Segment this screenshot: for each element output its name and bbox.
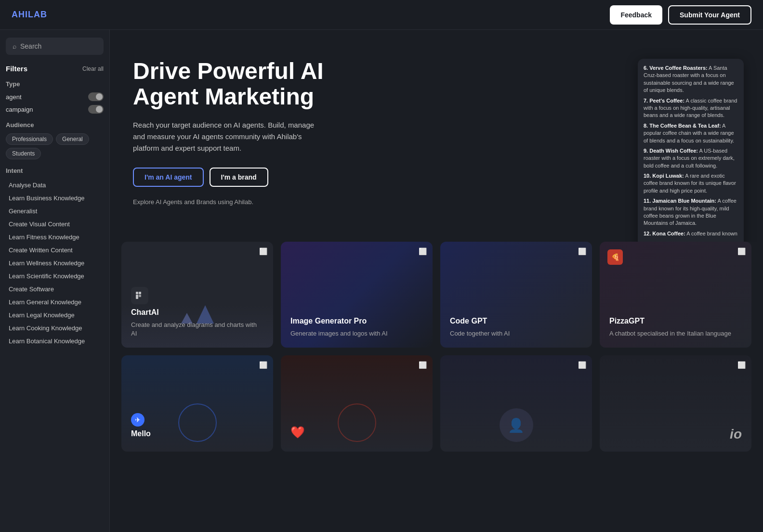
r2-2-bookmark-icon[interactable]: ⬜: [419, 361, 427, 369]
tag-professionals[interactable]: Professionals: [6, 133, 53, 145]
hero-explore-text: Explore AI Agents and Brands using Ahila…: [133, 198, 364, 206]
intent-learn-cooking[interactable]: Learn Cooking Knowledge: [6, 322, 104, 334]
logo: AHILAB: [12, 10, 47, 20]
svg-rect-1: [139, 292, 141, 294]
preview-content: 6. Verve Coffee Roasters: A Santa Cruz-b…: [638, 59, 744, 242]
codegpt-title: Code GPT: [450, 317, 582, 325]
hero-title: Drive Powerful AI Agent Marketing: [133, 59, 364, 110]
svg-rect-3: [139, 295, 141, 297]
search-box[interactable]: ⌕ Search: [6, 38, 104, 55]
chartai-bookmark-icon[interactable]: ⬜: [259, 247, 267, 255]
preview-item-9: 9. Death Wish Coffee: A US-based roaster…: [644, 147, 738, 169]
tag-general[interactable]: General: [56, 133, 89, 145]
pizzagpt-card-info: PizzaGPT A chatbot specialised in the It…: [609, 317, 742, 338]
chartai-icon: [131, 287, 148, 304]
search-label: Search: [20, 42, 41, 50]
intent-learn-scientific[interactable]: Learn Scientific Knowledge: [6, 270, 104, 282]
intent-learn-botanical[interactable]: Learn Botanical Knowledge: [6, 335, 104, 347]
intent-section-title: Intent: [6, 167, 104, 174]
r2-4-logo: io: [730, 427, 742, 442]
chartai-title: ChartAI: [131, 308, 263, 317]
pizzagpt-title: PizzaGPT: [609, 317, 742, 325]
card-image-generator[interactable]: ⬜ Image Generator Pro Generate images an…: [281, 242, 433, 348]
mello-icon: ✈: [131, 413, 145, 427]
chartai-desc: Create and analyze diagrams and charts w…: [131, 321, 263, 338]
type-filter-section: Type agent campaign: [6, 80, 104, 114]
campaign-label: campaign: [6, 106, 33, 113]
campaign-toggle-row: campaign: [6, 105, 104, 114]
chartai-card-info: ChartAI Create and analyze diagrams and …: [131, 287, 263, 338]
card-mello[interactable]: ⬜ ✈ Mello: [121, 355, 273, 452]
agent-toggle-row: agent: [6, 92, 104, 101]
pizzagpt-bookmark-icon[interactable]: ⬜: [737, 247, 746, 255]
card-pizza-gpt[interactable]: ⬜ 🍕 PizzaGPT A chatbot specialised in th…: [600, 242, 751, 348]
r2-4-bookmark-icon[interactable]: ⬜: [737, 361, 746, 369]
hero-chat-preview: 6. Verve Coffee Roasters: A Santa Cruz-b…: [638, 59, 744, 242]
mello-title: Mello: [131, 429, 151, 438]
intent-create-written[interactable]: Create Written Content: [6, 244, 104, 256]
intent-generalist[interactable]: Generalist: [6, 205, 104, 217]
preview-item-6: 6. Verve Coffee Roasters: A Santa Cruz-b…: [644, 65, 738, 94]
audience-tags: Professionals General Students: [6, 133, 104, 159]
agent-label: agent: [6, 93, 22, 101]
card-r2-2[interactable]: ⬜ ❤️: [281, 355, 433, 452]
pizzagpt-logo: 🍕: [607, 249, 623, 265]
codegpt-desc: Code together with AI: [450, 329, 582, 338]
submit-agent-button[interactable]: Submit Your Agent: [668, 5, 751, 25]
r2-3-bookmark-icon[interactable]: ⬜: [578, 361, 586, 369]
card-r2-4[interactable]: ⬜ io: [600, 355, 751, 452]
search-icon: ⌕: [13, 42, 16, 50]
preview-item-12: 12. Kona Coffee: A coffee brand known: [644, 230, 738, 237]
campaign-toggle[interactable]: [88, 105, 104, 114]
mello-card-info: ✈ Mello: [131, 413, 151, 442]
svg-rect-2: [136, 295, 138, 299]
header-buttons: Feedback Submit Your Agent: [610, 5, 751, 25]
intent-learn-fitness[interactable]: Learn Fitness Knowledge: [6, 231, 104, 243]
tag-students[interactable]: Students: [6, 148, 41, 159]
intent-create-software[interactable]: Create Software: [6, 283, 104, 295]
intent-learn-legal[interactable]: Learn Legal Knowledge: [6, 309, 104, 321]
svg-rect-0: [136, 292, 138, 294]
intent-learn-general[interactable]: Learn General Knowledge: [6, 296, 104, 308]
card-chartai[interactable]: ⬜: [121, 242, 273, 348]
imggen-desc: Generate images and logos with AI: [290, 329, 423, 338]
im-agent-button[interactable]: I'm an AI agent: [133, 168, 204, 187]
audience-section-title: Audience: [6, 121, 104, 129]
intent-learn-wellness[interactable]: Learn Wellness Knowledge: [6, 257, 104, 269]
header: AHILAB Feedback Submit Your Agent: [0, 0, 763, 30]
preview-item-11: 11. Jamaican Blue Mountain: A coffee bra…: [644, 197, 738, 227]
cards-section: ⬜: [110, 242, 763, 471]
intent-learn-business[interactable]: Learn Business Knowledge: [6, 192, 104, 204]
card-code-gpt[interactable]: ⬜ Code GPT Code together with AI: [440, 242, 592, 348]
intent-create-visual[interactable]: Create Visual Content: [6, 218, 104, 230]
hero-section: Drive Powerful AI Agent Marketing Reach …: [110, 30, 763, 242]
layout: ⌕ Search Filters Clear all Type agent ca…: [0, 30, 763, 532]
codegpt-card-info: Code GPT Code together with AI: [450, 317, 582, 338]
main-content: Drive Powerful AI Agent Marketing Reach …: [110, 30, 763, 532]
intent-filter-section: Intent Analyse Data Learn Business Knowl…: [6, 167, 104, 347]
type-section-title: Type: [6, 80, 104, 88]
clear-all-button[interactable]: Clear all: [82, 65, 104, 72]
cards-row-2: ⬜ ✈ Mello ⬜ ❤️: [121, 355, 751, 452]
card-r2-3[interactable]: ⬜ 👤: [440, 355, 592, 452]
hero-subtitle: Reach your target audience on AI agents.…: [133, 119, 316, 154]
intent-analyse-data[interactable]: Analyse Data: [6, 179, 104, 191]
filters-title: Filters: [6, 65, 27, 73]
im-brand-button[interactable]: I'm a brand: [210, 168, 268, 187]
r2-2-card-info: ❤️: [290, 426, 305, 442]
preview-item-8: 8. The Coffee Bean & Tea Leaf: A popular…: [644, 122, 738, 144]
r2-2-icon: ❤️: [290, 426, 305, 439]
preview-item-7: 7. Peet's Coffee: A classic coffee brand…: [644, 97, 738, 119]
hero-buttons: I'm an AI agent I'm a brand: [133, 168, 364, 187]
preview-item-10: 10. Kopi Luwak: A rare and exotic coffee…: [644, 172, 738, 195]
mello-bookmark-icon[interactable]: ⬜: [259, 361, 267, 369]
agent-toggle[interactable]: [88, 92, 104, 101]
cards-row-1: ⬜: [121, 242, 751, 348]
imggen-bookmark-icon[interactable]: ⬜: [419, 247, 427, 255]
sidebar: ⌕ Search Filters Clear all Type agent ca…: [0, 30, 110, 532]
imggen-card-info: Image Generator Pro Generate images and …: [290, 317, 423, 338]
audience-filter-section: Audience Professionals General Students: [6, 121, 104, 159]
feedback-button[interactable]: Feedback: [610, 5, 662, 25]
pizzagpt-desc: A chatbot specialised in the Italian lan…: [609, 329, 742, 338]
codegpt-bookmark-icon[interactable]: ⬜: [578, 247, 586, 255]
